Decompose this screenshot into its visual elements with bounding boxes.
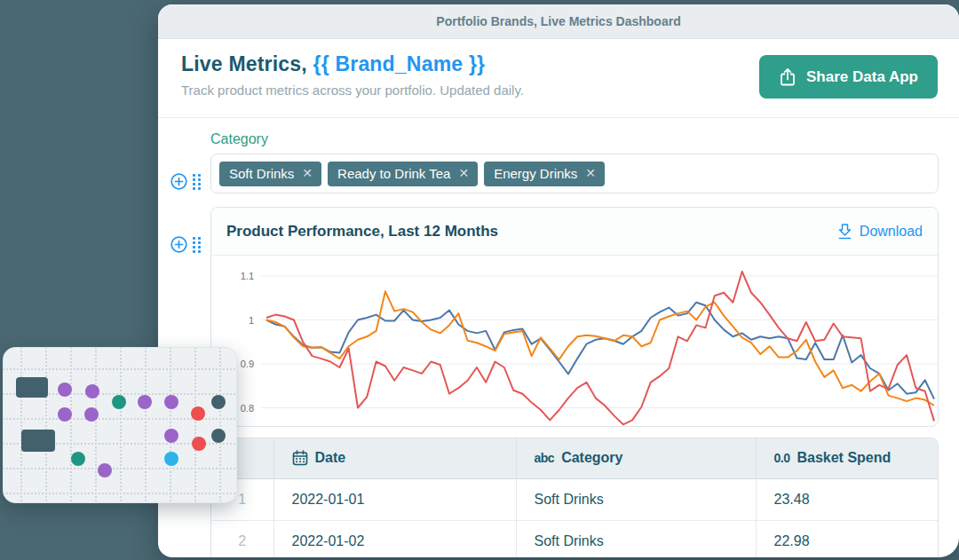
deco-node-dot <box>164 395 178 409</box>
chip-label: Ready to Drink Tea <box>337 166 450 181</box>
svg-text:0.8: 0.8 <box>241 403 254 414</box>
page-title: Live Metrics, {{ Brand_Name }} <box>181 52 524 76</box>
window-title: Portfolio Brands, Live Metrics Dashboard <box>436 14 680 28</box>
app-header-text: Live Metrics, {{ Brand_Name }} Track pro… <box>181 52 524 98</box>
svg-text:1: 1 <box>249 315 254 326</box>
deco-node-rect <box>21 430 55 452</box>
chip-close-icon[interactable]: ✕ <box>302 166 313 180</box>
chip-energy-drinks[interactable]: Energy Drinks ✕ <box>484 162 605 186</box>
deco-node-dot <box>164 452 178 466</box>
table-header-row: Date abc Category <box>211 438 939 478</box>
deco-node-dot <box>192 437 206 451</box>
chip-soft-drinks[interactable]: Soft Drinks ✕ <box>219 162 321 186</box>
drag-handle-icon[interactable] <box>193 174 201 190</box>
number-type-icon: 0.0 <box>774 451 790 465</box>
chart-card: Product Performance, Last 12 Months Down… <box>210 207 939 427</box>
cell-basket-spend: 22.98 <box>756 520 939 557</box>
app-header: Live Metrics, {{ Brand_Name }} Track pro… <box>158 39 959 118</box>
deco-node-dot <box>191 406 205 421</box>
page-title-variable: {{ Brand_Name }} <box>313 52 486 75</box>
cell-date: 2022-01-01 <box>273 478 516 520</box>
chip-close-icon[interactable]: ✕ <box>585 166 596 180</box>
table-row: 1 2022-01-01 Soft Drinks 23.48 <box>211 478 939 520</box>
data-table: Date abc Category <box>211 438 939 557</box>
category-multiselect[interactable]: Soft Drinks ✕ Ready to Drink Tea ✕ Energ… <box>210 154 939 193</box>
decorative-node-card <box>3 347 237 503</box>
chart-gutter <box>170 236 201 253</box>
column-label: Basket Spend <box>797 450 891 466</box>
cell-category: Soft Drinks <box>516 520 756 557</box>
download-label: Download <box>860 224 923 240</box>
page: { "titlebar": { "title": "Portfolio Bran… <box>0 0 959 560</box>
deco-node-dot <box>211 395 226 409</box>
svg-text:1.1: 1.1 <box>241 271 254 281</box>
table-card: Date abc Category <box>210 438 939 557</box>
line-chart: 0.80.911.1 <box>211 256 939 426</box>
deco-node-dot <box>58 407 72 422</box>
app-window: Portfolio Brands, Live Metrics Dashboard… <box>158 4 959 557</box>
calendar-icon <box>292 450 308 466</box>
text-type-icon: abc <box>535 451 555 465</box>
share-button-label: Share Data App <box>806 68 918 86</box>
deco-node-rect <box>16 377 48 398</box>
row-index: 2 <box>211 520 273 557</box>
deco-node-dot <box>112 395 126 409</box>
chart-card-header: Product Performance, Last 12 Months Down… <box>211 208 938 256</box>
deco-node-dot <box>164 429 178 443</box>
deco-node-dot <box>84 407 99 422</box>
cell-date: 2022-01-02 <box>273 520 516 557</box>
chart-title: Product Performance, Last 12 Months <box>226 223 498 241</box>
cell-category: Soft Drinks <box>516 478 756 520</box>
deco-node-dot <box>71 452 85 466</box>
svg-text:0.9: 0.9 <box>241 359 254 369</box>
deco-node-dot <box>98 463 112 477</box>
chip-close-icon[interactable]: ✕ <box>458 166 469 180</box>
app-body: Category Soft Drinks ✕ Ready to Drink Te <box>158 131 959 557</box>
chip-label: Energy Drinks <box>494 166 577 181</box>
filter-section: Category Soft Drinks ✕ Ready to Drink Te <box>210 131 939 193</box>
column-header-date: Date <box>273 438 516 478</box>
column-label: Category <box>561 450 622 466</box>
deco-node-dot <box>85 384 99 398</box>
deco-node-dot <box>138 395 152 409</box>
chart-section: Product Performance, Last 12 Months Down… <box>210 207 939 427</box>
table-row: 2 2022-01-02 Soft Drinks 22.98 <box>211 520 939 557</box>
chip-label: Soft Drinks <box>229 166 294 181</box>
column-header-category: abc Category <box>516 438 756 478</box>
deco-node-dot <box>211 429 226 443</box>
column-header-basket-spend: 0.0 Basket Spend <box>756 438 939 478</box>
window-titlebar: Portfolio Brands, Live Metrics Dashboard <box>158 4 959 39</box>
column-label: Date <box>315 450 346 466</box>
page-title-prefix: Live Metrics, <box>181 52 313 75</box>
table-section: Date abc Category <box>210 438 939 557</box>
filter-gutter <box>170 173 201 190</box>
deco-node-dot <box>58 383 72 397</box>
filter-label: Category <box>210 131 939 147</box>
share-data-app-button[interactable]: Share Data App <box>759 55 938 99</box>
download-link[interactable]: Download <box>837 223 923 240</box>
add-component-button[interactable] <box>170 173 187 190</box>
download-icon <box>837 223 852 240</box>
page-subtitle: Track product metrics across your portfo… <box>181 83 524 98</box>
chip-ready-to-drink-tea[interactable]: Ready to Drink Tea ✕ <box>328 162 478 186</box>
drag-handle-icon[interactable] <box>193 237 201 253</box>
cell-basket-spend: 23.48 <box>756 478 939 520</box>
share-upload-icon <box>779 67 797 87</box>
add-component-button[interactable] <box>170 236 187 253</box>
